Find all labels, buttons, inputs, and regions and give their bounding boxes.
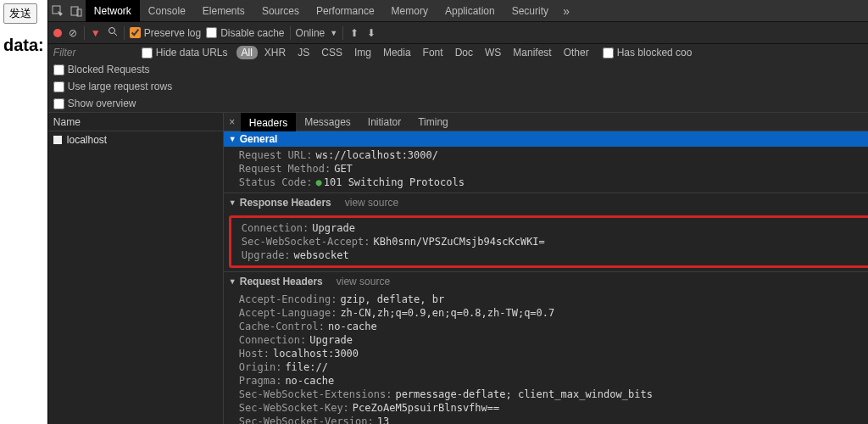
detail-tab-timing[interactable]: Timing: [409, 113, 457, 131]
disclosure-triangle-icon: ▼: [229, 198, 236, 207]
tab-security[interactable]: Security: [504, 0, 557, 22]
filter-type-other[interactable]: Other: [559, 46, 594, 59]
has-blocked-cookies-checkbox[interactable]: Has blocked coo: [603, 47, 693, 59]
use-large-rows-checkbox[interactable]: Use large request rows: [53, 81, 172, 92]
kv-row: Sec-WebSocket-Key: PceZoAeM5psuirBlnsvfh…: [224, 401, 868, 415]
blocked-requests-checkbox[interactable]: Blocked Requests: [53, 64, 150, 75]
name-column-header[interactable]: Name: [48, 113, 223, 131]
kv-row: Sec-WebSocket-Accept: KBh0snn/VPSZuCMsjb…: [235, 235, 868, 248]
preserve-log-checkbox[interactable]: Preserve log: [130, 27, 201, 39]
svg-point-12: [108, 28, 114, 34]
response-headers-title: Response Headers: [240, 197, 331, 209]
filter-input[interactable]: Filter: [53, 47, 133, 59]
tab-performance[interactable]: Performance: [308, 0, 383, 22]
kv-row: Connection: Upgrade: [224, 333, 868, 347]
request-detail-pane: × HeadersMessagesInitiatorTiming ▼ Gener…: [224, 113, 868, 424]
disclosure-triangle-icon: ▼: [229, 135, 236, 143]
preserve-log-label: Preserve log: [144, 27, 201, 39]
kv-row: Request Method:GET: [224, 162, 868, 176]
throttling-select[interactable]: Online: [296, 27, 326, 39]
clear-icon[interactable]: ⊘: [67, 27, 79, 39]
disable-cache-checkbox[interactable]: Disable cache: [206, 27, 284, 39]
hide-data-urls-label: Hide data URLs: [156, 47, 228, 59]
response-headers-section-header[interactable]: ▼ Response Headers view source: [224, 192, 868, 212]
throttling-caret-icon[interactable]: ▼: [330, 29, 337, 37]
view-source-link[interactable]: view source: [337, 276, 390, 287]
request-list-pane: Name localhost: [48, 113, 224, 424]
kv-row: Sec-WebSocket-Version: 13: [224, 415, 868, 424]
filter-type-xhr[interactable]: XHR: [259, 46, 291, 59]
kv-row: Cache-Control: no-cache: [224, 320, 868, 333]
network-filter-bar: Filter Hide data URLs AllXHRJSCSSImgMedi…: [48, 44, 868, 113]
kv-row: Pragma: no-cache: [224, 374, 868, 388]
kv-row: Sec-WebSocket-Extensions: permessage-def…: [224, 388, 868, 401]
filter-type-font[interactable]: Font: [418, 46, 448, 59]
close-detail-icon[interactable]: ×: [224, 116, 241, 128]
toolbar-separator: [290, 26, 291, 40]
filter-type-ws[interactable]: WS: [480, 46, 506, 59]
highlight-box: Connection: UpgradeSec-WebSocket-Accept:…: [229, 215, 868, 268]
network-toolbar: ⊘ ▼ Preserve log Disable cache Online ▼ …: [48, 22, 868, 44]
view-source-link[interactable]: view source: [345, 197, 398, 209]
kv-row: Accept-Language: zh-CN,zh;q=0.9,en;q=0.8…: [224, 306, 868, 320]
tab-sources[interactable]: Sources: [253, 0, 308, 22]
general-section-title: General: [240, 133, 278, 145]
tab-console[interactable]: Console: [140, 0, 194, 22]
blocked-requests-label: Blocked Requests: [68, 64, 150, 75]
filter-type-img[interactable]: Img: [349, 46, 376, 59]
filter-type-doc[interactable]: Doc: [450, 46, 478, 59]
kv-row: Accept-Encoding: gzip, deflate, br: [224, 293, 868, 306]
disable-cache-label: Disable cache: [220, 27, 284, 39]
upload-har-icon[interactable]: ⬆: [348, 27, 360, 39]
devtools-panel: NetworkConsoleElementsSourcesPerformance…: [47, 0, 868, 424]
kv-row: Status Code:●101 Switching Protocols: [224, 176, 868, 189]
network-body: Name localhost × HeadersMessagesInitiato…: [48, 113, 868, 424]
filter-type-css[interactable]: CSS: [316, 46, 348, 59]
kv-row: Connection: Upgrade: [235, 221, 868, 235]
filter-type-all[interactable]: All: [236, 46, 258, 59]
detail-tab-strip: × HeadersMessagesInitiatorTiming: [224, 113, 868, 131]
more-tabs-icon[interactable]: »: [557, 0, 576, 22]
inspect-element-icon[interactable]: [48, 0, 67, 22]
show-overview-checkbox[interactable]: Show overview: [53, 98, 136, 109]
status-dot-icon: ●: [316, 176, 322, 188]
detail-tab-messages[interactable]: Messages: [296, 113, 359, 131]
filter-type-js[interactable]: JS: [292, 46, 314, 59]
toolbar-separator: [124, 26, 125, 40]
kv-row: Upgrade: websocket: [235, 248, 868, 262]
has-blocked-cookies-label: Has blocked coo: [617, 47, 693, 59]
request-name: localhost: [67, 134, 107, 146]
download-har-icon[interactable]: ⬇: [365, 27, 377, 39]
filter-type-manifest[interactable]: Manifest: [508, 46, 556, 59]
kv-row: Host: localhost:3000: [224, 347, 868, 360]
request-row[interactable]: localhost: [48, 131, 223, 148]
show-overview-label: Show overview: [68, 98, 136, 109]
search-icon[interactable]: [107, 26, 119, 39]
request-headers-list: Accept-Encoding: gzip, deflate, brAccept…: [224, 291, 868, 424]
general-list: Request URL:ws://localhost:3000/ Request…: [224, 147, 868, 192]
detail-tab-headers[interactable]: Headers: [241, 113, 296, 131]
tab-memory[interactable]: Memory: [383, 0, 437, 22]
data-label: data:: [3, 36, 44, 55]
filter-toggle-icon[interactable]: ▼: [90, 27, 102, 39]
kv-row: Request URL:ws://localhost:3000/: [224, 148, 868, 162]
tab-elements[interactable]: Elements: [194, 0, 253, 22]
hide-data-urls-checkbox[interactable]: Hide data URLs: [142, 47, 228, 59]
detail-tab-initiator[interactable]: Initiator: [359, 113, 409, 131]
request-headers-section-header[interactable]: ▼ Request Headers view source: [224, 271, 868, 291]
toolbar-separator: [84, 26, 85, 40]
devtools-tab-strip: NetworkConsoleElementsSourcesPerformance…: [48, 0, 868, 22]
tab-network[interactable]: Network: [86, 0, 140, 22]
filter-type-media[interactable]: Media: [378, 46, 416, 59]
record-icon[interactable]: [53, 29, 62, 37]
tab-application[interactable]: Application: [437, 0, 504, 22]
device-toolbar-icon[interactable]: [67, 0, 86, 22]
page-under-test: 发送 data:: [0, 0, 47, 424]
send-button[interactable]: 发送: [3, 3, 37, 24]
websocket-icon: [53, 136, 62, 144]
request-headers-title: Request Headers: [240, 276, 323, 287]
general-section-header[interactable]: ▼ General: [224, 131, 868, 147]
toolbar-separator: [342, 26, 343, 40]
use-large-rows-label: Use large request rows: [68, 81, 172, 92]
kv-row: Origin: file://: [224, 360, 868, 374]
